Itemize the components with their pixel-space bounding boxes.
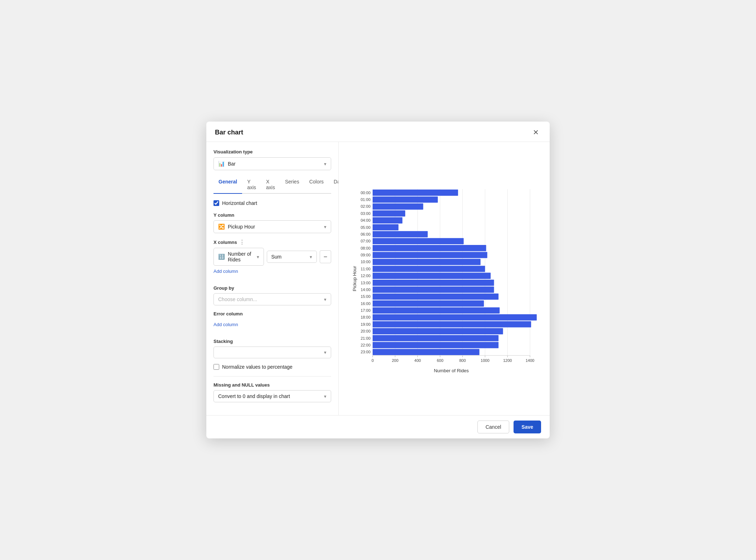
svg-text:11:00: 11:00 [360,267,370,271]
svg-text:03:00: 03:00 [360,211,370,216]
svg-rect-23 [373,294,499,300]
svg-rect-25 [373,307,500,313]
bar-chart-modal: Bar chart ✕ Visualization type 📊 Bar ▾ G… [206,122,550,438]
modal-header: Bar chart ✕ [206,122,550,142]
tab-dat[interactable]: Dat [329,176,339,194]
svg-rect-27 [373,321,531,327]
svg-text:800: 800 [459,358,466,363]
chevron-down-icon: ▾ [310,254,312,260]
svg-text:15:00: 15:00 [360,294,370,299]
svg-rect-12 [373,217,402,223]
svg-text:Pickup Hour: Pickup Hour [352,266,357,291]
svg-rect-16 [373,245,486,251]
svg-text:07:00: 07:00 [360,239,370,243]
chevron-down-icon: ▾ [324,350,327,355]
tab-series[interactable]: Series [280,176,304,194]
save-button[interactable]: Save [514,421,541,433]
svg-rect-17 [373,252,487,258]
svg-text:12:00: 12:00 [360,274,370,278]
x-col-select[interactable]: 🔢 Number of Rides ▾ [213,248,264,266]
svg-text:04:00: 04:00 [360,218,370,222]
column-icon: 🔀 [218,223,225,230]
svg-text:23:00: 23:00 [360,350,370,354]
svg-rect-10 [373,203,423,210]
svg-text:16:00: 16:00 [360,301,370,306]
svg-rect-13 [373,224,398,230]
normalize-checkbox[interactable] [213,364,219,370]
y-column-select[interactable]: 🔀 Pickup Hour ▾ [213,220,331,233]
svg-text:05:00: 05:00 [360,225,370,230]
drag-icon: ⋮ [239,239,245,245]
missing-values-label: Missing and NULL values [213,382,331,388]
tab-yaxis[interactable]: Y axis [242,176,261,194]
svg-rect-31 [373,349,480,355]
chevron-down-icon: ▾ [257,254,259,260]
svg-text:01:00: 01:00 [360,197,370,202]
svg-text:14:00: 14:00 [360,288,370,292]
svg-text:19:00: 19:00 [360,322,370,326]
viz-type-group: Visualization type 📊 Bar ▾ [213,149,331,170]
svg-rect-19 [373,266,485,272]
modal-body: Visualization type 📊 Bar ▾ General Y axi… [206,142,550,415]
svg-text:400: 400 [414,358,421,363]
svg-rect-29 [373,335,499,341]
x-columns-label: X columns ⋮ [213,239,331,245]
bar-chart-svg: 00:0001:0002:0003:0004:0005:0006:0007:00… [351,182,537,375]
x-agg-select[interactable]: Sum ▾ [267,251,317,263]
viz-type-select[interactable]: 📊 Bar ▾ [213,157,331,170]
viz-type-label: Visualization type [213,149,331,154]
svg-text:1000: 1000 [481,358,489,363]
divider [213,376,331,377]
stacking-select[interactable]: ▾ [213,347,331,358]
svg-rect-8 [373,190,458,196]
svg-rect-26 [373,314,537,320]
tab-general[interactable]: General [213,176,242,194]
svg-text:20:00: 20:00 [360,329,370,333]
svg-rect-24 [373,300,484,306]
svg-text:600: 600 [437,358,443,363]
group-by-select[interactable]: Choose column... ▾ [213,293,331,305]
svg-rect-21 [373,280,494,286]
svg-text:0: 0 [372,358,374,363]
cancel-button[interactable]: Cancel [477,421,510,433]
svg-text:21:00: 21:00 [360,336,370,340]
number-icon: 🔢 [218,254,225,260]
add-error-column-link[interactable]: Add column [213,322,238,327]
tab-xaxis[interactable]: X axis [261,176,280,194]
horizontal-chart-row: Horizontal chart [213,200,331,206]
svg-text:Number of Rides: Number of Rides [434,368,469,373]
tab-colors[interactable]: Colors [304,176,329,194]
group-by-group: Group by Choose column... ▾ [213,285,331,305]
y-column-group: Y column 🔀 Pickup Hour ▾ [213,212,331,233]
chevron-down-icon: ▾ [324,224,327,230]
svg-text:13:00: 13:00 [360,281,370,285]
normalize-row: Normalize values to percentage [213,364,331,370]
stacking-group: Stacking ▾ [213,339,331,358]
horizontal-chart-label: Horizontal chart [222,200,257,206]
error-column-label: Error column [213,311,331,316]
y-column-label: Y column [213,212,331,218]
x-agg-value: Sum [271,254,282,260]
remove-column-button[interactable]: − [320,250,331,263]
group-by-label: Group by [213,285,331,291]
svg-text:06:00: 06:00 [360,232,370,236]
horizontal-chart-checkbox[interactable] [213,200,219,206]
svg-text:08:00: 08:00 [360,246,370,250]
svg-rect-18 [373,259,481,265]
missing-value: Convert to 0 and display in chart [218,393,290,399]
chart-panel: 00:0001:0002:0003:0004:0005:0006:0007:00… [339,142,550,415]
svg-text:22:00: 22:00 [360,343,370,347]
group-by-placeholder: Choose column... [218,296,257,302]
x-col-value: Number of Rides [228,251,257,262]
modal-title: Bar chart [215,129,243,136]
add-x-column-link[interactable]: Add column [213,269,238,274]
missing-values-select[interactable]: Convert to 0 and display in chart ▾ [213,390,331,402]
left-panel: Visualization type 📊 Bar ▾ General Y axi… [206,142,339,415]
close-button[interactable]: ✕ [531,128,541,137]
svg-text:200: 200 [392,358,398,363]
svg-rect-11 [373,210,405,216]
svg-text:10:00: 10:00 [360,260,370,264]
svg-rect-30 [373,342,499,348]
chevron-down-icon: ▾ [324,161,327,167]
y-column-value: Pickup Hour [228,224,255,230]
